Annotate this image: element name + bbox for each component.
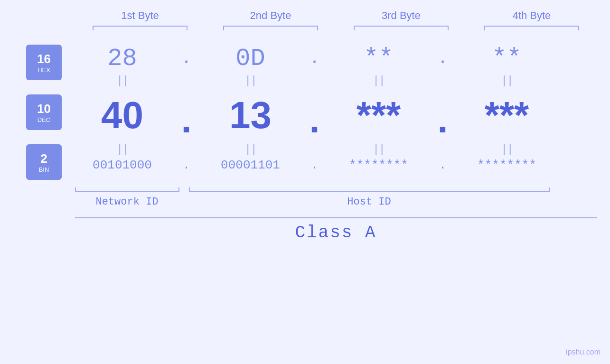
byte-label-4: 4th Byte — [475, 9, 589, 22]
equals-row-2: || || || || — [68, 143, 590, 156]
byte-headers: 1st Byte 2nd Byte 3rd Byte 4th Byte — [75, 9, 597, 22]
hex-sep-1: . — [177, 49, 196, 68]
bin-sep-2: . — [305, 158, 324, 172]
bin-dot-2: . — [311, 158, 319, 172]
hex-dot-2: . — [310, 49, 320, 68]
byte-label-3: 3rd Byte — [344, 9, 458, 22]
hex-val-3: ** — [364, 45, 393, 73]
dec-cell-4: *** — [452, 93, 562, 137]
dec-dot-3: . — [432, 89, 454, 141]
dec-cell-2: 13 — [196, 93, 305, 137]
hex-cell-2: 0D — [196, 45, 305, 73]
bin-sep-1: . — [177, 158, 196, 172]
rows-with-badges: 16 HEX 10 DEC 2 BIN 28 . — [20, 40, 590, 185]
hex-num: 16 — [37, 52, 51, 66]
dec-row: 40 . 13 . *** . *** — [68, 89, 590, 141]
dec-dot-1: . — [175, 89, 198, 141]
bin-val-4: ******** — [477, 158, 536, 172]
bottom-section: Network ID Host ID — [75, 187, 597, 208]
hex-row: 28 . 0D . ** . ** — [68, 45, 590, 73]
bin-val-2: 00001101 — [221, 158, 280, 172]
eq1-cell-2: || — [196, 75, 305, 87]
eq1-cell-3: || — [324, 75, 433, 87]
hex-cell-3: ** — [324, 45, 433, 73]
hex-val-4: ** — [492, 45, 521, 73]
hex-name: HEX — [38, 66, 50, 74]
top-brackets — [75, 26, 597, 30]
bin-val-3: ******** — [349, 158, 408, 172]
eq2-cell-3: || — [324, 143, 433, 156]
hex-badge: 16 HEX — [26, 45, 62, 80]
badges-column: 16 HEX 10 DEC 2 BIN — [20, 40, 68, 185]
hex-cell-4: ** — [452, 45, 562, 73]
hex-sep-3: . — [433, 49, 452, 68]
bin-cell-3: ******** — [324, 158, 433, 172]
hex-val-1: 28 — [107, 45, 137, 73]
dec-name: DEC — [38, 116, 50, 123]
dec-cell-3: *** — [324, 93, 433, 137]
bin-sep-3: . — [433, 158, 452, 172]
dec-val-3: *** — [357, 93, 401, 137]
dec-val-2: 13 — [229, 93, 272, 137]
bin-cell-2: 00001101 — [196, 158, 305, 172]
watermark: ipshu.com — [566, 348, 601, 356]
dec-cell-1: 40 — [68, 93, 177, 137]
dec-sep-2: . — [305, 89, 324, 141]
hex-dot-1: . — [181, 49, 192, 68]
byte-label-1: 1st Byte — [83, 9, 197, 22]
values-column: 28 . 0D . ** . ** — [68, 40, 590, 185]
eq2-cell-4: || — [452, 143, 562, 156]
hex-cell-1: 28 — [68, 45, 177, 73]
bin-badge: 2 BIN — [26, 144, 62, 180]
equals-row-1: || || || || — [68, 75, 590, 87]
hex-val-2: 0D — [235, 45, 265, 73]
bin-row: 00101000 . 00001101 . ******** . — [68, 158, 590, 172]
host-bracket — [189, 187, 550, 192]
bin-dot-3: . — [439, 158, 447, 172]
eq1-cell-4: || — [452, 75, 562, 87]
host-id-label: Host ID — [189, 196, 550, 208]
bottom-brackets — [75, 187, 597, 192]
dec-sep-3: . — [433, 89, 452, 141]
bracket-2 — [223, 26, 318, 30]
dec-dot-2: . — [303, 89, 326, 141]
hex-dot-3: . — [438, 49, 448, 68]
bin-num: 2 — [40, 151, 47, 166]
eq1-cell-1: || — [68, 75, 177, 87]
bracket-3 — [354, 26, 449, 30]
bin-val-1: 00101000 — [93, 158, 152, 172]
bracket-1 — [93, 26, 188, 30]
dec-val-1: 40 — [101, 93, 143, 137]
bottom-labels: Network ID Host ID — [75, 196, 597, 208]
dec-num: 10 — [37, 102, 51, 116]
dec-val-4: *** — [485, 93, 529, 137]
eq2-cell-1: || — [68, 143, 177, 156]
network-id-label: Network ID — [75, 196, 179, 208]
bin-name: BIN — [39, 166, 49, 173]
bin-cell-4: ******** — [452, 158, 562, 172]
bracket-4 — [484, 26, 579, 30]
hex-sep-2: . — [305, 49, 324, 68]
dec-badge: 10 DEC — [26, 94, 62, 130]
network-bracket — [75, 187, 179, 192]
class-row: Class A — [75, 217, 597, 243]
bin-dot-1: . — [183, 158, 190, 172]
bin-cell-1: 00101000 — [68, 158, 177, 172]
main-container: 1st Byte 2nd Byte 3rd Byte 4th Byte 16 H… — [0, 0, 610, 364]
byte-label-2: 2nd Byte — [214, 9, 328, 22]
class-label: Class A — [295, 223, 376, 243]
dec-sep-1: . — [177, 89, 196, 141]
eq2-cell-2: || — [196, 143, 305, 156]
